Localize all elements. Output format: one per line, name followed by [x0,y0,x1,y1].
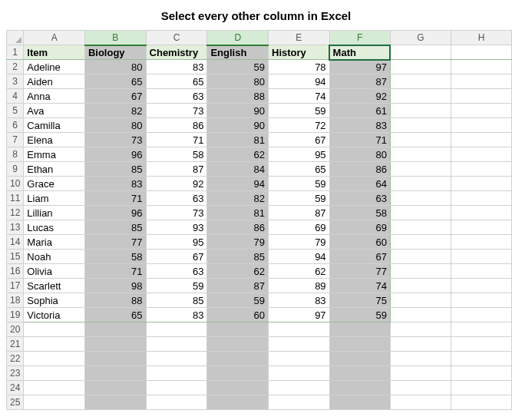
column-header-H[interactable]: H [451,31,511,45]
cell-B15[interactable]: 58 [84,250,146,264]
cell-G9[interactable] [390,162,451,177]
cell-E2[interactable]: 78 [269,60,330,74]
cell-F6[interactable]: 83 [329,118,390,133]
cell-C16[interactable]: 63 [146,264,207,279]
cell-C17[interactable]: 59 [146,279,207,293]
cell-E8[interactable]: 95 [269,147,330,162]
cell-D13[interactable]: 86 [207,220,269,235]
cell-A20[interactable] [24,322,85,337]
cell-D2[interactable]: 59 [207,60,269,74]
cell-F18[interactable]: 75 [329,293,390,308]
cell-D14[interactable]: 79 [207,235,269,250]
cell-C12[interactable]: 73 [146,206,207,220]
row-header-6[interactable]: 6 [7,118,24,133]
cell-G6[interactable] [390,118,451,133]
cell-D1[interactable]: English [207,45,269,60]
cell-B6[interactable]: 80 [84,118,146,133]
cell-H22[interactable] [451,352,511,366]
cell-A24[interactable] [24,381,85,395]
cell-G21[interactable] [390,337,451,352]
cell-H5[interactable] [451,104,511,118]
cell-H6[interactable] [451,118,511,133]
row-header-12[interactable]: 12 [7,206,24,220]
cell-F5[interactable]: 61 [329,104,390,118]
cell-C23[interactable] [146,366,207,381]
cell-E10[interactable]: 59 [269,177,330,191]
cell-E11[interactable]: 59 [269,191,330,206]
cell-A8[interactable]: Emma [24,147,85,162]
cell-C2[interactable]: 83 [146,60,207,74]
cell-D19[interactable]: 60 [207,308,269,322]
cell-D24[interactable] [207,381,269,395]
cell-B23[interactable] [84,366,146,381]
row-header-4[interactable]: 4 [7,89,24,104]
cell-B20[interactable] [84,322,146,337]
row-header-15[interactable]: 15 [7,250,24,264]
cell-A11[interactable]: Liam [24,191,85,206]
cell-E23[interactable] [269,366,330,381]
cell-H24[interactable] [451,381,511,395]
cell-E5[interactable]: 59 [269,104,330,118]
cell-E16[interactable]: 62 [269,264,330,279]
cell-D4[interactable]: 88 [207,89,269,104]
cell-E25[interactable] [269,395,330,410]
cell-A6[interactable]: Camilla [24,118,85,133]
cell-B17[interactable]: 98 [84,279,146,293]
cell-E19[interactable]: 97 [269,308,330,322]
cell-D3[interactable]: 80 [207,74,269,89]
cell-A2[interactable]: Adeline [24,60,85,74]
cell-G18[interactable] [390,293,451,308]
cell-G5[interactable] [390,104,451,118]
cell-B3[interactable]: 65 [84,74,146,89]
cell-A23[interactable] [24,366,85,381]
cell-H7[interactable] [451,133,511,147]
cell-A10[interactable]: Grace [24,177,85,191]
cell-E9[interactable]: 65 [269,162,330,177]
cell-E17[interactable]: 89 [269,279,330,293]
cell-B21[interactable] [84,337,146,352]
cell-D20[interactable] [207,322,269,337]
cell-A15[interactable]: Noah [24,250,85,264]
cell-H9[interactable] [451,162,511,177]
cell-H4[interactable] [451,89,511,104]
cell-B12[interactable]: 96 [84,206,146,220]
cell-G20[interactable] [390,322,451,337]
cell-C3[interactable]: 65 [146,74,207,89]
cell-F3[interactable]: 87 [329,74,390,89]
cell-H18[interactable] [451,293,511,308]
row-header-22[interactable]: 22 [7,352,24,366]
cell-A19[interactable]: Victoria [24,308,85,322]
column-header-B[interactable]: B [84,31,146,45]
row-header-5[interactable]: 5 [7,104,24,118]
cell-F1[interactable]: Math [329,45,390,60]
row-header-24[interactable]: 24 [7,381,24,395]
select-all-corner[interactable] [7,31,24,45]
cell-F17[interactable]: 74 [329,279,390,293]
cell-D23[interactable] [207,366,269,381]
cell-B9[interactable]: 85 [84,162,146,177]
cell-F12[interactable]: 58 [329,206,390,220]
cell-A22[interactable] [24,352,85,366]
cell-D11[interactable]: 82 [207,191,269,206]
cell-H12[interactable] [451,206,511,220]
cell-G14[interactable] [390,235,451,250]
row-header-3[interactable]: 3 [7,74,24,89]
cell-B13[interactable]: 85 [84,220,146,235]
cell-F8[interactable]: 80 [329,147,390,162]
cell-C20[interactable] [146,322,207,337]
cell-H21[interactable] [451,337,511,352]
cell-G7[interactable] [390,133,451,147]
cell-D7[interactable]: 81 [207,133,269,147]
spreadsheet[interactable]: ABCDEFGH1ItemBiologyChemistryEnglishHist… [6,30,512,410]
cell-G11[interactable] [390,191,451,206]
cell-B4[interactable]: 67 [84,89,146,104]
cell-B7[interactable]: 73 [84,133,146,147]
cell-H8[interactable] [451,147,511,162]
row-header-13[interactable]: 13 [7,220,24,235]
cell-G19[interactable] [390,308,451,322]
cell-H1[interactable] [451,45,511,60]
cell-C18[interactable]: 85 [146,293,207,308]
cell-B16[interactable]: 71 [84,264,146,279]
cell-E24[interactable] [269,381,330,395]
cell-E13[interactable]: 69 [269,220,330,235]
